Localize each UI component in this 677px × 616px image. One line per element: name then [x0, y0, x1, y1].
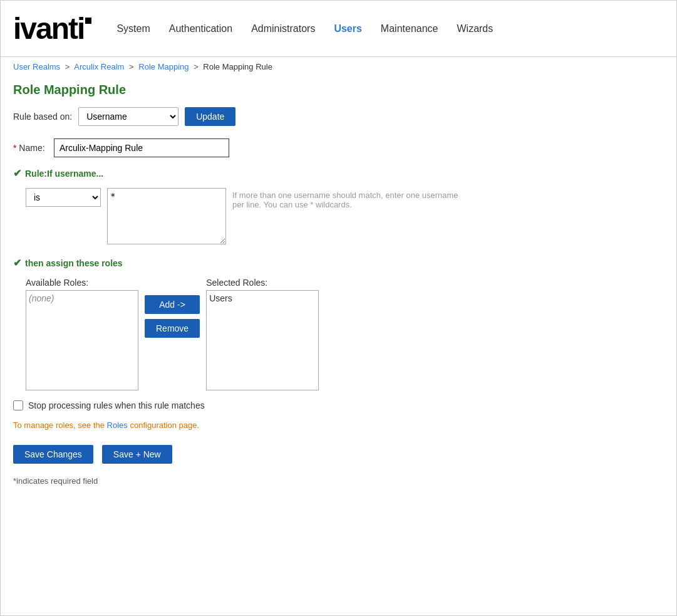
save-changes-button[interactable]: Save Changes	[13, 445, 93, 464]
breadcrumb-sep-1: >	[65, 62, 70, 71]
breadcrumb-sep-2: >	[129, 62, 134, 71]
bottom-buttons: Save Changes Save + New	[13, 445, 664, 464]
breadcrumb-user-realms[interactable]: User Realms	[13, 62, 60, 71]
nav-wizards[interactable]: Wizards	[457, 23, 493, 34]
rule-chevron-icon: ✔	[13, 167, 21, 179]
stop-processing-row: Stop processing rules when this rule mat…	[13, 400, 664, 410]
roles-columns: Available Roles: (none) Add -> Remove Se…	[13, 278, 664, 390]
breadcrumb-sep-3: >	[194, 62, 199, 71]
then-chevron-icon: ✔	[13, 257, 21, 269]
add-button[interactable]: Add ->	[145, 295, 200, 314]
main-content: Role Mapping Rule Rule based on: Usernam…	[1, 76, 676, 504]
rule-section: ✔ Rule:If username... is is not contains…	[13, 167, 664, 244]
name-input[interactable]	[54, 138, 229, 157]
roles-link[interactable]: Roles	[107, 420, 128, 430]
selected-role-users: Users	[209, 293, 316, 303]
rule-based-label: Rule based on:	[13, 112, 72, 122]
available-roles-none: (none)	[29, 293, 135, 303]
nav-users[interactable]: Users	[334, 23, 361, 34]
condition-hint: If more than one username should match, …	[232, 188, 470, 209]
condition-textarea[interactable]: *	[107, 188, 226, 244]
nav-administrators[interactable]: Administrators	[251, 23, 315, 34]
main-nav: System Authentication Administrators Use…	[116, 23, 664, 34]
then-section-label: then assign these roles	[25, 258, 123, 268]
save-new-button[interactable]: Save + New	[102, 445, 172, 464]
roles-note: To manage roles, see the Roles configura…	[13, 420, 664, 430]
then-section: ✔ then assign these roles Available Role…	[13, 257, 664, 390]
available-roles-label: Available Roles:	[26, 278, 138, 288]
breadcrumb-current: Role Mapping Rule	[203, 62, 272, 71]
rule-based-dropdown[interactable]: Username Group Certificate Custom	[78, 107, 178, 126]
available-roles-col: Available Roles: (none)	[26, 278, 138, 390]
selected-roles-listbox[interactable]: Users	[206, 290, 319, 390]
nav-authentication[interactable]: Authentication	[169, 23, 232, 34]
selected-roles-col: Selected Roles: Users	[206, 278, 319, 390]
stop-processing-label: Stop processing rules when this rule mat…	[28, 400, 205, 410]
rule-section-label: Rule:If username...	[25, 169, 103, 179]
stop-processing-checkbox[interactable]	[13, 400, 23, 410]
rule-section-header: ✔ Rule:If username...	[13, 167, 664, 179]
logo-text: ivanti	[13, 12, 84, 45]
roles-note-prefix: To manage roles, see the	[13, 420, 107, 430]
page-title: Role Mapping Rule	[13, 83, 664, 97]
then-section-header: ✔ then assign these roles	[13, 257, 664, 269]
logo-dot	[85, 18, 91, 24]
page-wrapper: ivanti System Authentication Administrat…	[0, 0, 677, 616]
rule-based-row: Rule based on: Username Group Certificat…	[13, 107, 664, 126]
nav-system[interactable]: System	[116, 23, 150, 34]
remove-button[interactable]: Remove	[145, 319, 200, 338]
available-roles-listbox[interactable]: (none)	[26, 290, 138, 390]
breadcrumb-arculix-realm[interactable]: Arculix Realm	[74, 62, 124, 71]
update-button[interactable]: Update	[185, 107, 235, 126]
roles-actions: Add -> Remove	[145, 278, 200, 338]
header: ivanti System Authentication Administrat…	[1, 1, 676, 57]
logo: ivanti	[13, 14, 91, 44]
selected-roles-label: Selected Roles:	[206, 278, 319, 288]
roles-note-suffix: configuration page.	[128, 420, 199, 430]
required-note: *indicates required field	[13, 476, 664, 486]
name-field-row: * Name:	[13, 138, 664, 157]
breadcrumb-role-mapping[interactable]: Role Mapping	[138, 62, 189, 71]
breadcrumb: User Realms > Arculix Realm > Role Mappi…	[1, 57, 676, 76]
nav-maintenance[interactable]: Maintenance	[381, 23, 438, 34]
required-star: *	[13, 143, 19, 153]
condition-row: is is not contains starts with ends with…	[13, 188, 664, 244]
name-required-star: * Name:	[13, 143, 48, 153]
name-label: Name:	[19, 143, 44, 153]
condition-dropdown[interactable]: is is not contains starts with ends with	[26, 188, 101, 207]
